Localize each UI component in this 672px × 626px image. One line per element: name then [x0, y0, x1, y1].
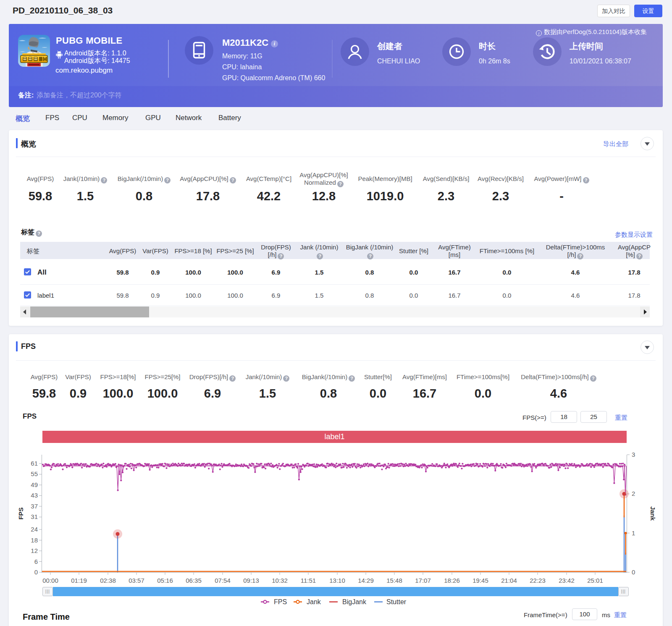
svg-text:43: 43 [31, 492, 38, 499]
svg-text:13:10: 13:10 [329, 577, 345, 584]
svg-text:15:48: 15:48 [386, 577, 402, 584]
svg-text:FPS: FPS [17, 507, 24, 519]
svg-text:06:35: 06:35 [186, 577, 202, 584]
svg-text:21:04: 21:04 [501, 577, 517, 584]
svg-text:6: 6 [34, 558, 38, 565]
svg-text:0: 0 [632, 568, 635, 576]
svg-text:0: 0 [34, 568, 38, 576]
svg-text:3: 3 [632, 451, 635, 458]
svg-text:09:13: 09:13 [243, 577, 259, 584]
svg-text:31: 31 [31, 513, 38, 520]
svg-text:10:32: 10:32 [272, 577, 288, 584]
svg-text:18: 18 [31, 537, 38, 544]
svg-text:02:38: 02:38 [100, 577, 116, 584]
svg-text:12: 12 [31, 547, 38, 554]
svg-text:Jank: Jank [649, 506, 656, 521]
svg-text:17:07: 17:07 [415, 577, 431, 584]
svg-text:11:51: 11:51 [301, 577, 316, 584]
svg-text:05:16: 05:16 [157, 577, 173, 584]
svg-text:22:23: 22:23 [530, 577, 546, 584]
svg-text:61: 61 [31, 460, 38, 467]
svg-text:2: 2 [632, 490, 635, 497]
svg-text:18:26: 18:26 [444, 577, 460, 584]
svg-text:19:45: 19:45 [472, 577, 488, 584]
svg-text:23:42: 23:42 [559, 577, 575, 584]
svg-text:24: 24 [31, 526, 38, 533]
svg-text:01:19: 01:19 [71, 577, 87, 584]
svg-text:14:29: 14:29 [358, 577, 374, 584]
svg-text:25:01: 25:01 [587, 577, 603, 584]
svg-text:00:00: 00:00 [42, 577, 58, 584]
svg-text:55: 55 [31, 470, 38, 477]
svg-text:49: 49 [31, 481, 38, 488]
svg-text:07:54: 07:54 [215, 577, 231, 584]
svg-text:1: 1 [632, 529, 635, 537]
svg-text:03:57: 03:57 [129, 577, 144, 584]
svg-text:37: 37 [31, 503, 38, 510]
